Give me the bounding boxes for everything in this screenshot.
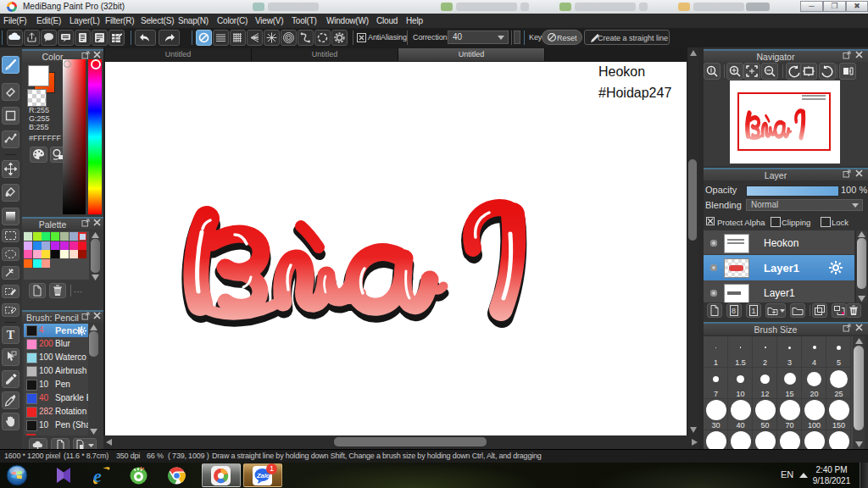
- svg-text:8: 8: [732, 307, 736, 315]
- svg-text:1: 1: [752, 307, 756, 315]
